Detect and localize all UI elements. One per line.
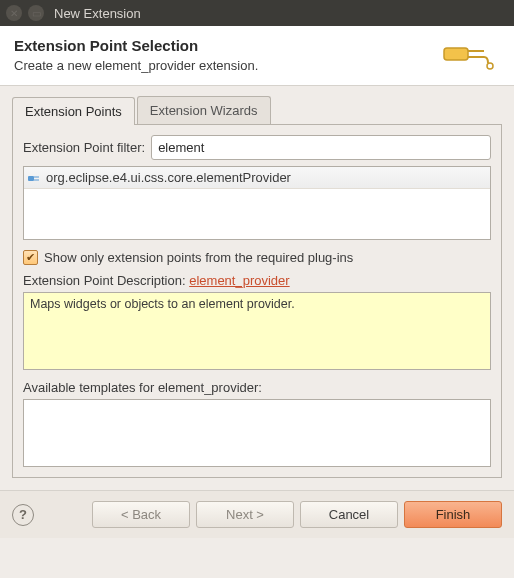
window-title: New Extension [54,6,141,21]
filter-input[interactable] [151,135,491,160]
extension-point-icon [28,172,42,184]
header-title: Extension Point Selection [14,37,258,54]
header-subtitle: Create a new element_provider extension. [14,58,258,73]
templates-list[interactable] [23,399,491,467]
button-bar: ? < Back Next > Cancel Finish [0,490,514,538]
description-text: Maps widgets or objects to an element pr… [30,297,295,311]
templates-label: Available templates for element_provider… [23,380,491,395]
filter-label: Extension Point filter: [23,140,145,155]
next-button[interactable]: Next > [196,501,294,528]
dialog-header: Extension Point Selection Create a new e… [0,26,514,86]
description-label: Extension Point Description: element_pro… [23,273,491,288]
help-button[interactable]: ? [12,504,34,526]
description-box: Maps widgets or objects to an element pr… [23,292,491,370]
finish-button[interactable]: Finish [404,501,502,528]
plug-icon [442,36,502,73]
back-button[interactable]: < Back [92,501,190,528]
tab-bar: Extension Points Extension Wizards [12,96,502,125]
cancel-button[interactable]: Cancel [300,501,398,528]
title-bar: ✕ ▭ New Extension [0,0,514,26]
close-icon[interactable]: ✕ [6,5,22,21]
svg-point-3 [487,63,493,69]
required-only-checkbox[interactable]: ✔ [23,250,38,265]
svg-rect-0 [444,48,468,60]
list-item-label: org.eclipse.e4.ui.css.core.elementProvid… [46,170,291,185]
description-link[interactable]: element_provider [189,273,289,288]
extension-point-list[interactable]: org.eclipse.e4.ui.css.core.elementProvid… [23,166,491,240]
tab-extension-wizards[interactable]: Extension Wizards [137,96,271,124]
tab-extension-points[interactable]: Extension Points [12,97,135,125]
minimize-icon[interactable]: ▭ [28,5,44,21]
list-item[interactable]: org.eclipse.e4.ui.css.core.elementProvid… [24,167,490,189]
svg-rect-4 [28,176,34,181]
checkbox-label: Show only extension points from the requ… [44,250,353,265]
